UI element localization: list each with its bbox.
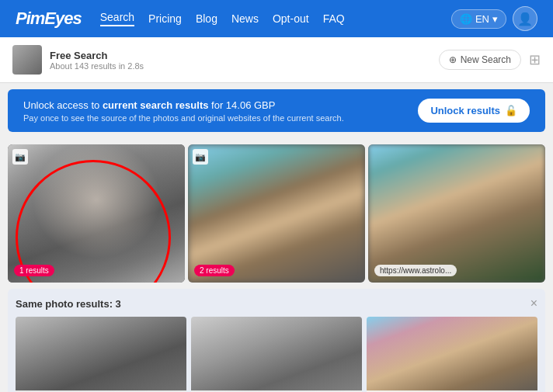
nav-search[interactable]: Search xyxy=(100,11,134,26)
result-card-2[interactable]: 📷 2 results xyxy=(188,144,365,283)
same-photo-title: Same photo results: 3 xyxy=(16,298,121,310)
unlock-banner: Unlock access to current search results … xyxy=(8,89,545,132)
user-icon: 👤 xyxy=(517,12,533,26)
nav-blog[interactable]: Blog xyxy=(196,12,217,25)
nav-optout[interactable]: Opt-out xyxy=(273,12,309,25)
new-search-button[interactable]: ⊕ New Search xyxy=(439,50,521,70)
plus-icon: ⊕ xyxy=(449,54,457,65)
lang-label: EN xyxy=(475,13,489,25)
nav-faq[interactable]: FAQ xyxy=(323,12,345,25)
unlock-text: Unlock access to current search results … xyxy=(23,99,344,123)
nav-pricing[interactable]: Pricing xyxy=(148,12,182,25)
same-photo-card-3[interactable]: https://buchnerartm... xyxy=(367,317,537,392)
view-toggle-button[interactable]: ⊞ xyxy=(529,51,541,68)
result-badge-2: 2 results xyxy=(194,265,235,276)
same-photo-card-1[interactable]: https://www.busine... xyxy=(16,317,186,392)
result-badge-1: 1 results xyxy=(14,265,54,276)
unlock-label: Unlock results xyxy=(430,105,500,116)
user-account-button[interactable]: 👤 xyxy=(513,6,537,31)
result-card-1[interactable]: 📷 1 results xyxy=(8,144,185,283)
nav-news[interactable]: News xyxy=(231,12,259,25)
unlock-headline-highlight: current search results xyxy=(103,99,209,111)
same-photo-grid: https://www.busine... https://sg.cdnki.c… xyxy=(16,317,537,392)
logo[interactable]: PimEyes xyxy=(16,9,82,29)
same-photo-card-2[interactable]: https://sg.cdnki.co... xyxy=(191,317,362,392)
results-grid: 📷 1 results 📷 2 results https://www.astr… xyxy=(8,144,545,283)
search-subtitle: About 143 results in 2.8s xyxy=(50,61,431,71)
nav-right: 🌐 EN ▾ 👤 xyxy=(451,6,537,31)
result-card-3[interactable]: https://www.astrolo... xyxy=(368,144,545,283)
lock-icon: 🔓 xyxy=(505,105,517,116)
result-url-3: https://www.astrolo... xyxy=(374,265,457,276)
unlock-headline-prefix: Unlock access to xyxy=(23,99,103,111)
nav-links: Search Pricing Blog News Opt-out FAQ xyxy=(100,11,433,26)
main-content: 📷 1 results 📷 2 results https://www.astr… xyxy=(0,138,553,392)
unlock-description: Pay once to see the source of the photos… xyxy=(23,113,344,123)
card-icon-2: 📷 xyxy=(193,149,208,165)
search-bar: Free Search About 143 results in 2.8s ⊕ … xyxy=(0,37,553,83)
navbar: PimEyes Search Pricing Blog News Opt-out… xyxy=(0,0,553,37)
same-photo-close-button[interactable]: × xyxy=(530,297,537,310)
chevron-down-icon: ▾ xyxy=(492,13,498,25)
language-selector[interactable]: 🌐 EN ▾ xyxy=(451,9,506,29)
search-title: Free Search xyxy=(50,50,431,61)
unlock-headline-suffix: for 14.06 GBP xyxy=(208,99,275,111)
card-icon-1: 📷 xyxy=(12,149,28,165)
same-photo-header: Same photo results: 3 × xyxy=(16,297,537,310)
unlock-results-button[interactable]: Unlock results 🔓 xyxy=(418,99,530,123)
search-info: Free Search About 143 results in 2.8s xyxy=(50,50,431,71)
same-photo-section: Same photo results: 3 × https://www.busi… xyxy=(8,289,545,392)
globe-icon: 🌐 xyxy=(460,13,472,25)
search-face-thumbnail xyxy=(12,45,42,75)
